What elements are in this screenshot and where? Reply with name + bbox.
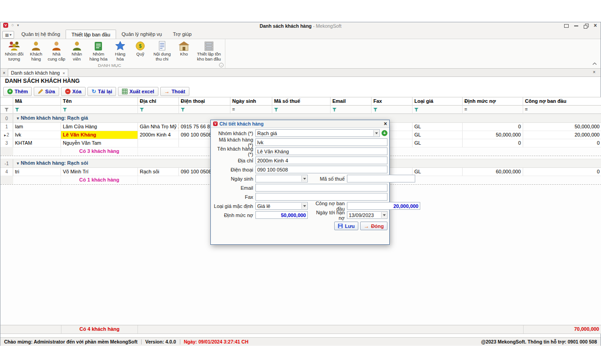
header-dia-chi[interactable]: Địa chỉ xyxy=(138,97,179,106)
delete-button[interactable]: Xóa xyxy=(61,87,86,96)
quick-access-icon[interactable] xyxy=(11,23,14,28)
ribbon-item-khach-hang[interactable]: Khách hàng xyxy=(26,40,46,62)
customer-detail-dialog: Chi tiết khách hàng Nhóm khách (*) Rạch … xyxy=(210,120,390,245)
ribbon-app-button[interactable] xyxy=(2,31,14,39)
filter-indicator[interactable] xyxy=(0,106,13,114)
filter-ten[interactable] xyxy=(61,106,138,114)
ribbon-item-nha-cung-cap[interactable]: Nhà cung cấp xyxy=(46,40,66,62)
group-footer-count: Có 1 khách hàng xyxy=(61,176,138,184)
header-dien-thoai[interactable]: Điện thoại xyxy=(179,97,230,106)
warehouse-icon xyxy=(178,40,190,51)
highlighted-cell: Lê Văn Kháng xyxy=(61,131,138,139)
divider xyxy=(180,339,180,344)
customer-icon xyxy=(30,40,42,51)
window-title: Danh sách khách hàng - MekongSoft xyxy=(92,23,509,29)
dialog-title-bar[interactable]: Chi tiết khách hàng xyxy=(211,120,389,128)
header-ngay-sinh[interactable]: Ngày sinh xyxy=(230,97,272,106)
ribbon-collapse-icon[interactable] xyxy=(592,59,597,67)
loai-gia-combo[interactable]: Giá lẻ xyxy=(255,202,308,210)
ngay-sinh-combo[interactable] xyxy=(255,175,308,182)
group-dialog-launcher-icon[interactable] xyxy=(219,63,224,67)
group-footer-count: Có 3 khách hàng xyxy=(61,147,138,156)
ngay-han-no-combo[interactable]: 13/09/2023 xyxy=(347,211,387,219)
ten-khach-hang-label: Tên khách hàng (*) xyxy=(213,146,255,157)
stock-setup-icon xyxy=(203,40,215,51)
save-button[interactable]: Lưu xyxy=(334,222,358,230)
filter-ngay-sinh[interactable]: = xyxy=(230,106,272,114)
add-button[interactable]: Thêm xyxy=(3,87,32,96)
ribbon-item-nhom-doi-tuong[interactable]: Nhóm đối tượng xyxy=(2,40,26,62)
filter-email[interactable] xyxy=(331,106,372,114)
ribbon-item-quy[interactable]: $ Quỹ xyxy=(130,40,150,57)
filter-loai-gia[interactable] xyxy=(413,106,463,114)
header-ma-so-thue[interactable]: Mã số thuế xyxy=(272,97,331,106)
ribbon-item-thiet-lap-ton-kho[interactable]: Thiết lập tồn kho ban đầu xyxy=(194,40,224,62)
cong-no-field[interactable] xyxy=(347,202,420,210)
filter-icon xyxy=(15,108,19,111)
dinh-muc-no-label: Định mức nợ xyxy=(213,212,255,218)
app-window: Danh sách khách hàng - MekongSoft Quản t… xyxy=(0,22,601,346)
fullscreen-icon[interactable] xyxy=(564,24,569,28)
filter-ma-so-thue[interactable] xyxy=(272,106,331,114)
supplier-icon xyxy=(51,40,62,51)
doc-tab-danh-sach-khach-hang[interactable]: Danh sách khách hàng xyxy=(8,69,68,76)
ten-khach-hang-field[interactable] xyxy=(255,147,387,155)
app-logo-icon[interactable] xyxy=(3,23,8,28)
tab-quan-ly-nghiep-vu[interactable]: Quản lý nghiệp vụ xyxy=(116,30,168,39)
header-loai-gia[interactable]: Loại giá xyxy=(413,97,463,106)
filter-fax[interactable] xyxy=(372,106,413,114)
header-ten[interactable]: Tên xyxy=(61,97,138,106)
ribbon-item-kho[interactable]: Kho xyxy=(174,40,194,57)
chevron-down-icon[interactable] xyxy=(373,130,379,136)
group-expand-icon[interactable] xyxy=(17,160,21,166)
add-group-button[interactable] xyxy=(382,130,387,136)
filter-dia-chi[interactable] xyxy=(138,106,179,114)
summary-count: Có 4 khách hàng xyxy=(61,325,138,334)
minimize-icon[interactable] xyxy=(574,25,578,26)
dia-chi-field[interactable] xyxy=(255,157,387,164)
filter-dien-thoai[interactable] xyxy=(179,106,230,114)
ribbon-item-nhan-vien[interactable]: Nhân viên xyxy=(67,40,87,62)
tab-quan-tri-he-thong[interactable]: Quản trị hệ thống xyxy=(16,30,66,39)
ribbon-item-nhom-hang-hoa[interactable]: Nhóm hàng hóa xyxy=(87,40,110,62)
export-excel-button[interactable]: Xuất excel xyxy=(118,87,158,96)
ribbon-item-hang-hoa[interactable]: Hàng hóa xyxy=(110,40,130,62)
tab-close-icon[interactable] xyxy=(62,70,65,76)
reload-button[interactable]: Tải lại xyxy=(87,87,116,96)
nhom-khach-combo[interactable]: Rạch giá xyxy=(255,129,380,137)
chevron-down-icon[interactable] xyxy=(381,212,387,218)
restore-icon[interactable] xyxy=(584,24,588,28)
close-icon[interactable] xyxy=(594,24,597,28)
close-all-tabs-icon[interactable] xyxy=(0,70,8,76)
edit-button[interactable]: Sửa xyxy=(34,87,59,96)
tab-thiet-lap-ban-dau[interactable]: Thiết lập ban đầu xyxy=(66,30,116,39)
email-field[interactable] xyxy=(255,184,387,192)
dinh-muc-no-field[interactable] xyxy=(255,211,308,219)
date-text: Ngày: 09/01/2024 3:27:41 CH xyxy=(184,339,249,344)
exit-button[interactable]: Thoát xyxy=(160,87,189,96)
header-ma[interactable]: Mã xyxy=(13,97,61,106)
ma-khach-hang-field[interactable] xyxy=(255,138,387,146)
tab-tro-giup[interactable]: Trợ giúp xyxy=(168,30,197,39)
fax-field[interactable] xyxy=(255,193,387,201)
ma-so-thue-field[interactable] xyxy=(347,175,415,182)
fund-coin-icon: $ xyxy=(134,40,146,51)
chevron-down-icon[interactable] xyxy=(301,176,307,182)
close-button[interactable]: Đóng xyxy=(360,222,387,230)
filter-dinh-muc-no[interactable]: = xyxy=(463,106,523,114)
quick-access-dropdown-icon[interactable] xyxy=(17,23,19,28)
header-fax[interactable]: Fax xyxy=(372,97,413,106)
filter-ma[interactable] xyxy=(13,106,61,114)
filter-cong-no[interactable]: = xyxy=(523,106,601,114)
chevron-down-icon[interactable] xyxy=(301,203,307,209)
ribbon-item-noi-dung-thu-chi[interactable]: Nội dung thu chi xyxy=(150,40,174,62)
header-dinh-muc-no[interactable]: Định mức nợ xyxy=(463,97,523,106)
dien-thoai-field[interactable] xyxy=(255,166,387,173)
dialog-close-icon[interactable] xyxy=(384,121,387,126)
group-expand-icon[interactable] xyxy=(17,115,21,121)
email-label: Email xyxy=(213,185,255,191)
save-disk-icon xyxy=(338,223,343,228)
header-email[interactable]: Email xyxy=(331,97,372,106)
strip-close-icon[interactable] xyxy=(591,69,598,76)
header-cong-no-ban-dau[interactable]: Công nợ ban đầu xyxy=(523,97,601,106)
